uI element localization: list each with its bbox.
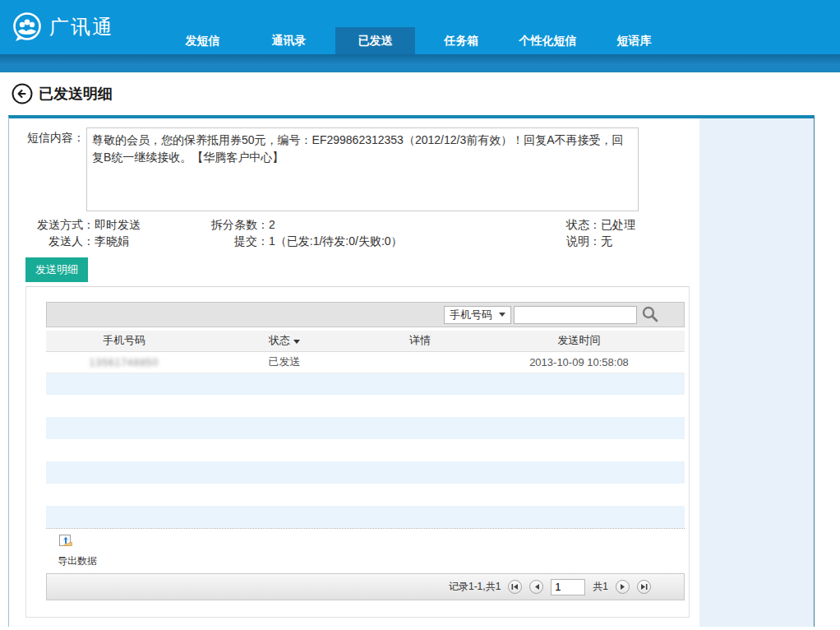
- note-label: 说明：: [561, 233, 601, 249]
- empty-row: [46, 439, 685, 461]
- prev-page-icon: [533, 583, 540, 591]
- first-page-icon: [511, 583, 519, 591]
- tab-send-detail[interactable]: 发送明细: [25, 257, 88, 282]
- status-value: 已处理: [601, 216, 635, 233]
- col-header-send-time: 发送时间: [473, 331, 685, 351]
- row-status: 已发送: [202, 351, 367, 373]
- phone-number-redacted: 13561748850: [90, 357, 159, 368]
- chevron-down-icon: [499, 313, 505, 317]
- search-icon: [640, 304, 660, 324]
- nav-item-phrase-library[interactable]: 短语库: [594, 27, 674, 54]
- submit-label: 提交：: [198, 233, 269, 249]
- prev-page-button[interactable]: [529, 580, 543, 594]
- split-count-label: 拆分条数：: [198, 216, 269, 233]
- meta-send-mode: 发送方式： 即时发送: [9, 216, 198, 233]
- send-mode-value: 即时发送: [95, 216, 141, 233]
- last-page-icon: [640, 583, 648, 591]
- message-meta: 发送方式： 即时发送 拆分条数： 2 状态： 已处理 发送人： 李晓娟 提交： …: [9, 216, 699, 249]
- last-page-button[interactable]: [637, 580, 651, 594]
- empty-row: [46, 461, 685, 484]
- row-send-time: 2013-10-09 10:58:08: [473, 351, 685, 373]
- meta-submit: 提交： 1（已发:1/待发:0/失败:0）: [198, 233, 527, 249]
- table-search-bar: 手机号码: [46, 302, 685, 327]
- export-block: 导出数据: [46, 528, 685, 573]
- sms-content-row: 短信内容： 尊敬的会员，您的保养抵用券50元，编号：EF299862312353…: [9, 127, 699, 211]
- row-detail: [367, 351, 473, 373]
- send-mode-label: 发送方式：: [9, 216, 95, 233]
- empty-row: [46, 484, 685, 506]
- nav-item-contacts[interactable]: 通讯录: [249, 27, 329, 54]
- sms-content-textarea[interactable]: 尊敬的会员，您的保养抵用券50元，编号：EF299862312353（2012/…: [86, 127, 639, 211]
- nav-item-personalized-sms[interactable]: 个性化短信: [508, 27, 588, 54]
- export-data-label: 导出数据: [58, 554, 97, 568]
- search-field-select[interactable]: 手机号码: [444, 306, 511, 324]
- search-input[interactable]: [514, 306, 637, 324]
- meta-note: 说明： 无: [527, 233, 699, 249]
- col-header-status[interactable]: 状态: [202, 331, 367, 351]
- empty-row: [46, 373, 685, 395]
- meta-split-count: 拆分条数： 2: [198, 216, 527, 233]
- total-pages-text: 共1: [593, 580, 608, 594]
- sender-label: 发送人：: [9, 233, 95, 249]
- next-page-button[interactable]: [616, 580, 630, 594]
- search-field-selected: 手机号码: [450, 308, 492, 322]
- sender-value: 李晓娟: [95, 233, 129, 249]
- sort-caret-icon: [293, 340, 300, 344]
- col-header-detail: 详情: [367, 331, 473, 351]
- meta-sender: 发送人： 李晓娟: [9, 233, 198, 249]
- brand-name: 广讯通: [49, 14, 113, 40]
- page-title: 已发送明细: [39, 84, 113, 104]
- empty-row: [46, 417, 685, 439]
- brand-logo[interactable]: 广讯通: [12, 12, 113, 43]
- table-row[interactable]: 13561748850 已发送 2013-10-09 10:58:08: [46, 351, 685, 373]
- back-button[interactable]: [12, 83, 33, 104]
- sms-content-label: 短信内容：: [14, 127, 85, 211]
- people-bubble-icon: [12, 12, 43, 43]
- app-header: 广讯通 发短信 通讯录 已发送 任务箱 个性化短信 短语库: [0, 0, 840, 72]
- first-page-button[interactable]: [508, 580, 522, 594]
- record-count-text: 记录1-1,共1: [449, 580, 501, 594]
- status-header-label: 状态: [269, 333, 290, 348]
- export-data-button[interactable]: 导出数据: [58, 533, 97, 568]
- content-panel: 短信内容： 尊敬的会员，您的保养抵用券50元，编号：EF299862312353…: [8, 115, 815, 627]
- note-value: 无: [601, 233, 612, 249]
- next-page-icon: [620, 583, 626, 591]
- right-side-panel: [699, 118, 814, 627]
- split-count-value: 2: [269, 216, 275, 233]
- submit-value: 1（已发:1/待发:0/失败:0）: [269, 233, 403, 249]
- sent-detail-table: 手机号码 状态 详情 发送时间 13561748850: [46, 331, 685, 528]
- nav-item-send-sms[interactable]: 发短信: [163, 27, 242, 54]
- header-top-bar: 广讯通 发短信 通讯录 已发送 任务箱 个性化短信 短语库: [0, 0, 840, 54]
- header-bottom-strip: [0, 54, 840, 72]
- status-label: 状态：: [561, 216, 601, 233]
- nav-item-task-box[interactable]: 任务箱: [422, 27, 501, 54]
- search-button[interactable]: [639, 304, 661, 326]
- nav-item-sent[interactable]: 已发送: [335, 27, 415, 54]
- page-title-row: 已发送明细: [0, 72, 840, 115]
- panel-main: 短信内容： 尊敬的会员，您的保养抵用券50元，编号：EF299862312353…: [9, 118, 699, 627]
- meta-status: 状态： 已处理: [527, 216, 699, 233]
- table-header-row: 手机号码 状态 详情 发送时间: [46, 331, 685, 351]
- col-header-phone: 手机号码: [46, 331, 202, 351]
- page-number-input[interactable]: [551, 579, 585, 595]
- detail-table-container: 手机号码 手机号码: [25, 286, 690, 618]
- main-nav: 发短信 通讯录 已发送 任务箱 个性化短信 短语库: [163, 27, 674, 54]
- empty-row: [46, 395, 685, 417]
- empty-row: [46, 506, 685, 528]
- export-icon: [58, 533, 74, 549]
- pagination-bar: 记录1-1,共1 共1: [46, 573, 685, 600]
